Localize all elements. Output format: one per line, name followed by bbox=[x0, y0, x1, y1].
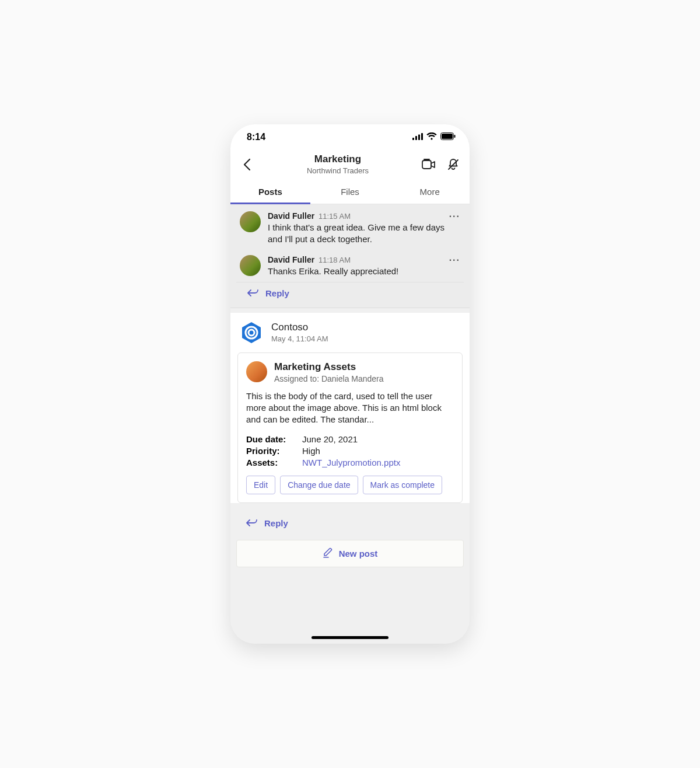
fact-value: High bbox=[302, 446, 320, 456]
notifications-button[interactable] bbox=[446, 158, 460, 172]
wifi-icon bbox=[426, 132, 437, 142]
card-body: This is the body of the card, used to te… bbox=[246, 390, 454, 426]
tab-more[interactable]: More bbox=[390, 180, 470, 204]
message-more-button[interactable]: ··· bbox=[449, 255, 460, 266]
svg-rect-2 bbox=[418, 135, 420, 141]
cellular-icon bbox=[412, 132, 423, 142]
status-bar: 8:14 bbox=[230, 124, 470, 150]
meet-button[interactable] bbox=[422, 158, 436, 172]
compose-icon bbox=[323, 547, 333, 560]
battery-icon bbox=[440, 132, 456, 142]
avatar bbox=[240, 211, 261, 232]
status-icons bbox=[412, 132, 456, 142]
mark-complete-button[interactable]: Mark as complete bbox=[363, 476, 442, 494]
thread-container: David Fuller 11:15 AM I think that's a g… bbox=[230, 204, 470, 308]
card-facts: Due date: June 20, 2021 Priority: High A… bbox=[246, 434, 454, 467]
message-item[interactable]: David Fuller 11:18 AM Thanks Erika. Real… bbox=[230, 248, 470, 280]
message-text: I think that's a great idea. Give me a f… bbox=[268, 222, 449, 246]
fact-row: Priority: High bbox=[246, 446, 454, 456]
svg-rect-3 bbox=[421, 133, 423, 140]
status-time: 8:14 bbox=[247, 132, 265, 142]
bot-name: Contoso bbox=[271, 322, 328, 333]
tab-posts[interactable]: Posts bbox=[230, 180, 310, 204]
scroll-area[interactable]: David Fuller 11:15 AM I think that's a g… bbox=[230, 204, 470, 644]
message-item[interactable]: David Fuller 11:15 AM I think that's a g… bbox=[230, 204, 470, 248]
channel-name: Marketing bbox=[258, 153, 417, 165]
reply-button[interactable]: Reply bbox=[235, 512, 465, 535]
message-more-button[interactable]: ··· bbox=[449, 211, 460, 222]
bot-time: May 4, 11:04 AM bbox=[271, 334, 328, 343]
team-name: Northwind Traders bbox=[258, 166, 417, 175]
svg-rect-0 bbox=[412, 138, 414, 140]
fact-key: Assets: bbox=[246, 458, 302, 467]
card-subtitle: Assigned to: Daniela Mandera bbox=[274, 374, 384, 383]
reply-icon bbox=[247, 289, 258, 297]
fact-value: June 20, 2021 bbox=[302, 434, 358, 444]
tabs: Posts Files More bbox=[230, 180, 470, 204]
fact-row: Assets: NWT_Julypromotion.pptx bbox=[246, 458, 454, 467]
message-author: David Fuller bbox=[268, 255, 314, 264]
fact-row: Due date: June 20, 2021 bbox=[246, 434, 454, 444]
message-author: David Fuller bbox=[268, 211, 314, 221]
avatar bbox=[240, 255, 261, 276]
message-time: 11:15 AM bbox=[318, 212, 351, 221]
edit-button[interactable]: Edit bbox=[246, 476, 275, 494]
svg-rect-6 bbox=[454, 135, 456, 138]
header-title-block: Marketing Northwind Traders bbox=[258, 153, 417, 175]
assignee-avatar bbox=[246, 361, 267, 382]
reply-label: Reply bbox=[264, 518, 288, 528]
bot-header: Contoso May 4, 11:04 AM bbox=[230, 313, 470, 350]
fact-key: Due date: bbox=[246, 434, 302, 444]
reply-icon bbox=[246, 519, 257, 527]
bot-post: Contoso May 4, 11:04 AM Marketing Assets… bbox=[230, 313, 470, 503]
svg-rect-5 bbox=[442, 134, 453, 139]
new-post-button[interactable]: New post bbox=[236, 540, 464, 567]
channel-header: Marketing Northwind Traders bbox=[230, 150, 470, 180]
svg-rect-1 bbox=[415, 136, 417, 140]
home-indicator bbox=[312, 636, 388, 639]
back-button[interactable] bbox=[240, 158, 254, 172]
svg-rect-7 bbox=[422, 160, 431, 169]
reply-label: Reply bbox=[265, 288, 289, 298]
fact-value-link[interactable]: NWT_Julypromotion.pptx bbox=[302, 458, 400, 467]
reply-button[interactable]: Reply bbox=[236, 282, 464, 305]
message-time: 11:18 AM bbox=[318, 256, 351, 264]
adaptive-card: Marketing Assets Assigned to: Daniela Ma… bbox=[237, 352, 463, 503]
message-text: Thanks Erika. Really appreciated! bbox=[268, 266, 449, 277]
new-post-label: New post bbox=[339, 549, 378, 558]
bot-logo-icon bbox=[240, 321, 263, 344]
change-due-date-button[interactable]: Change due date bbox=[280, 476, 358, 494]
card-title: Marketing Assets bbox=[274, 361, 384, 373]
fact-key: Priority: bbox=[246, 446, 302, 456]
phone-frame: 8:14 Marketing Northwind Traders bbox=[230, 124, 470, 644]
tab-files[interactable]: Files bbox=[310, 180, 390, 204]
